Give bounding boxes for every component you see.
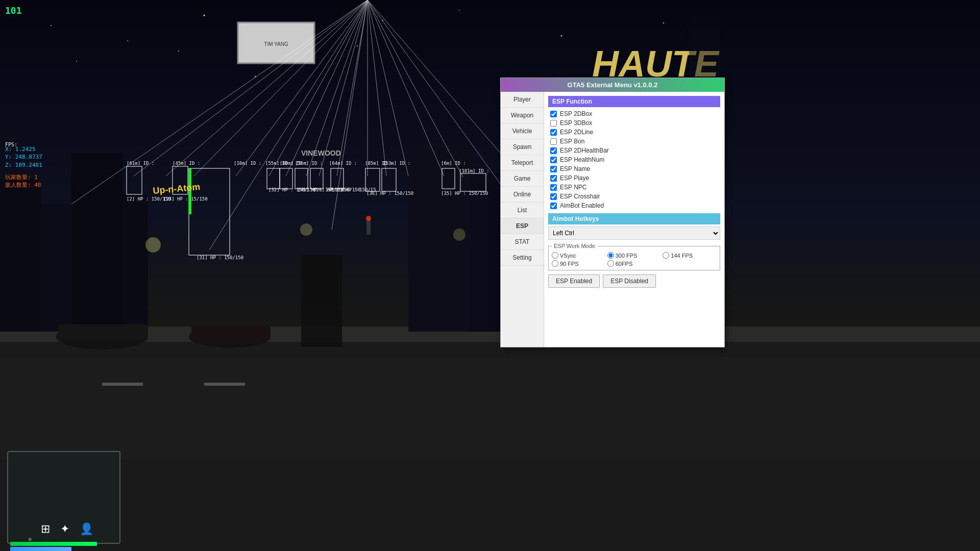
sidebar-item-spawn[interactable]: Spawn: [501, 139, 544, 155]
radio-60fps-label: 60FPS: [616, 261, 633, 267]
bottom-hud-icons: ⊞ ✦ 👤: [41, 522, 93, 536]
checkbox-esp2dbox[interactable]: ESP 2DBox: [548, 109, 720, 118]
map-icon: ⊞: [41, 522, 50, 536]
armor-bar: [10, 547, 71, 551]
checkbox-aimbot-input[interactable]: [550, 203, 557, 209]
checkbox-esp2dbox-label: ESP 2DBox: [560, 110, 592, 117]
checkbox-espnpc-input[interactable]: [550, 184, 557, 191]
checkbox-esp2dhealthbar-input[interactable]: [550, 147, 557, 154]
checkbox-esp2dline-input[interactable]: [550, 129, 557, 136]
sidebar-item-weapon[interactable]: Weapon: [501, 108, 544, 123]
checkbox-espbon[interactable]: ESP Bon: [548, 137, 720, 146]
game-background: [0, 0, 980, 551]
sidebar-item-player[interactable]: Player: [501, 92, 544, 108]
radio-90fps-label: 90 FPS: [560, 261, 579, 267]
checkbox-aimbot[interactable]: AimBot Enabled: [548, 201, 720, 210]
menu-panel: GTA5 External Menu v1.0.0.2 Player Weapo…: [500, 78, 725, 347]
checkbox-esp3dbox-label: ESP 3DBox: [560, 119, 592, 127]
checkbox-esphealthnum[interactable]: ESP HealthNum: [548, 155, 720, 164]
sidebar-item-list[interactable]: List: [501, 203, 544, 218]
aimbot-hotkeys-header: Aimbot Hotkeys: [548, 213, 720, 224]
coord-x: X: 1.2425: [5, 145, 42, 153]
sidebar-item-esp[interactable]: ESP: [501, 218, 544, 234]
sidebar-item-vehicle[interactable]: Vehicle: [501, 123, 544, 139]
menu-body: Player Weapon Vehicle Spawn Teleport Gam…: [501, 92, 724, 347]
menu-content: ESP Function ESP 2DBox ESP 3DBox ESP 2DL…: [544, 92, 724, 347]
esp-function-label: ESP Function: [552, 98, 592, 105]
radio-vsync-input[interactable]: [552, 252, 558, 259]
checkbox-espbon-label: ESP Bon: [560, 138, 584, 145]
radio-144fps-label: 144 FPS: [671, 253, 693, 259]
checkbox-esp3dbox[interactable]: ESP 3DBox: [548, 118, 720, 128]
coord-z: Z: 109.2481: [5, 161, 42, 169]
radio-144fps-input[interactable]: [663, 252, 669, 259]
sidebar-item-teleport[interactable]: Teleport: [501, 155, 544, 171]
checkbox-espcrosshair[interactable]: ESP Crosshair: [548, 192, 720, 201]
hud-coords: X: 1.2425 Y: 248.8737 Z: 109.2481: [5, 145, 42, 169]
checkbox-espplaye[interactable]: ESP Playe: [548, 173, 720, 183]
aimbot-hotkeys-label: Aimbot Hotkeys: [552, 215, 599, 222]
checkbox-espcrosshair-input[interactable]: [550, 193, 557, 200]
menu-title-bar: GTA5 External Menu v1.0.0.2: [501, 78, 724, 92]
health-bar: [10, 542, 97, 546]
player-count: 玩家数量: 1: [5, 173, 41, 181]
esp-work-mode-fieldset: ESP Work Mode VSync 300 FPS 144 FPS: [548, 243, 720, 270]
checkbox-espplaye-input[interactable]: [550, 175, 557, 182]
checkbox-espcrosshair-label: ESP Crosshair: [560, 193, 600, 200]
checkbox-esp2dbox-input[interactable]: [550, 111, 557, 117]
checkbox-esp3dbox-input[interactable]: [550, 120, 557, 127]
esp-button-row: ESP Enabled ESP Disabled: [548, 274, 720, 288]
hud-counter: 101: [5, 5, 22, 16]
radio-300fps-input[interactable]: [607, 252, 614, 259]
sidebar-item-online[interactable]: Online: [501, 187, 544, 203]
checkbox-espname-input[interactable]: [550, 166, 557, 172]
person-icon: 👤: [80, 522, 93, 536]
radio-300fps-label: 300 FPS: [616, 253, 638, 259]
status-bars-area: [10, 542, 112, 551]
sidebar-item-game[interactable]: Game: [501, 171, 544, 187]
esp-work-mode-legend: ESP Work Mode: [552, 243, 597, 249]
checkbox-espnpc[interactable]: ESP NPC: [548, 183, 720, 192]
coord-y: Y: 248.8737: [5, 153, 42, 161]
radio-300fps[interactable]: 300 FPS: [607, 252, 662, 259]
checkbox-espnpc-label: ESP NPC: [560, 184, 586, 191]
enemy-count: 敌人数量: 40: [5, 181, 41, 189]
radio-grid: VSync 300 FPS 144 FPS 90 FPS: [552, 252, 717, 267]
sidebar-item-setting[interactable]: Setting: [501, 250, 544, 266]
sidebar-item-stat[interactable]: STAT: [501, 234, 544, 250]
radio-vsync-label: VSync: [560, 253, 576, 259]
checkbox-aimbot-label: AimBot Enabled: [560, 202, 604, 209]
esp-function-header: ESP Function: [548, 96, 720, 107]
checkbox-esp2dhealthbar[interactable]: ESP 2DHealthBar: [548, 146, 720, 155]
checkbox-esp2dline-label: ESP 2DLine: [560, 129, 593, 136]
radio-144fps[interactable]: 144 FPS: [663, 252, 717, 259]
esp-enabled-button[interactable]: ESP Enabled: [548, 274, 600, 288]
checkbox-esphealthnum-label: ESP HealthNum: [560, 156, 604, 163]
checkbox-esp2dhealthbar-label: ESP 2DHealthBar: [560, 147, 609, 154]
checkbox-espname[interactable]: ESP Name: [548, 164, 720, 173]
checkbox-espname-label: ESP Name: [560, 165, 590, 172]
hotkey-dropdown[interactable]: Left Ctrl Right Ctrl Left Alt Left Shift: [548, 227, 720, 240]
radio-90fps-input[interactable]: [552, 260, 558, 267]
radio-60fps[interactable]: 60FPS: [607, 260, 662, 267]
radio-60fps-input[interactable]: [607, 260, 614, 267]
hud-players: 玩家数量: 1 敌人数量: 40: [5, 173, 41, 189]
radio-90fps[interactable]: 90 FPS: [552, 260, 606, 267]
counter-value: 101: [5, 5, 22, 16]
esp-disabled-button[interactable]: ESP Disabled: [603, 274, 656, 288]
menu-sidebar: Player Weapon Vehicle Spawn Teleport Gam…: [501, 92, 544, 347]
checkbox-esp2dline[interactable]: ESP 2DLine: [548, 128, 720, 137]
checkbox-esphealthnum-input[interactable]: [550, 157, 557, 163]
checkbox-espplaye-label: ESP Playe: [560, 174, 589, 182]
menu-title: GTA5 External Menu v1.0.0.2: [568, 81, 658, 89]
star-icon: ✦: [60, 522, 69, 536]
radio-vsync[interactable]: VSync: [552, 252, 606, 259]
checkbox-espbon-input[interactable]: [550, 138, 557, 145]
